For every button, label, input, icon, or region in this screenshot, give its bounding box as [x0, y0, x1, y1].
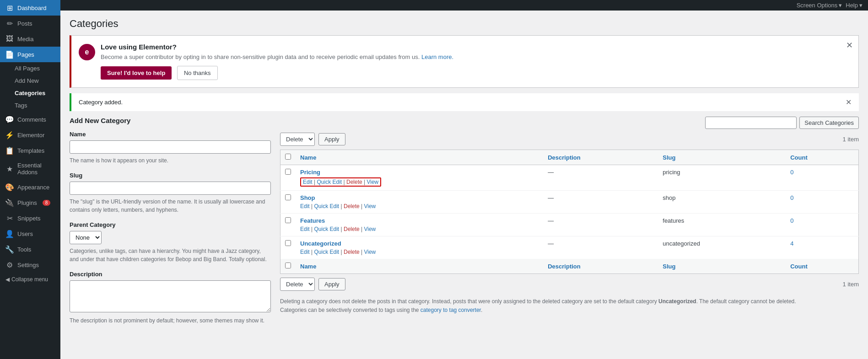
- sidebar-item-appearance[interactable]: 🎨 Appearance: [0, 179, 60, 195]
- sidebar-item-dashboard[interactable]: ⊞ Dashboard: [0, 0, 60, 16]
- row-action-delete[interactable]: Delete: [344, 249, 360, 255]
- slug-input[interactable]: [70, 182, 271, 195]
- table-row: UncategorizedEdit | Quick Edit | Delete …: [280, 236, 859, 259]
- category-count[interactable]: 0: [790, 217, 793, 224]
- name-input[interactable]: [70, 140, 271, 154]
- search-input[interactable]: [705, 117, 797, 129]
- header-description[interactable]: Description: [543, 150, 658, 165]
- sidebar-item-elementor[interactable]: ⚡ Elementor: [0, 127, 60, 143]
- category-count[interactable]: 0: [790, 194, 793, 201]
- select-all-checkbox[interactable]: [285, 154, 291, 160]
- row-action-edit[interactable]: Edit: [303, 179, 313, 185]
- sidebar-item-essential-addons[interactable]: ★ Essential Addons: [0, 158, 60, 179]
- footer-checkbox-col: [280, 259, 296, 274]
- help-button[interactable]: Help ▾: [846, 2, 863, 9]
- category-slug: shop: [658, 191, 786, 214]
- row-action-edit[interactable]: Edit: [300, 203, 310, 209]
- main-content: Screen Options ▾ Help ▾ Categories e Lov…: [60, 0, 868, 359]
- close-banner-button[interactable]: ✕: [846, 41, 853, 49]
- sidebar-item-templates[interactable]: 📋 Templates: [0, 143, 60, 158]
- screen-options-button[interactable]: Screen Options ▾: [797, 2, 842, 9]
- row-checkbox[interactable]: [285, 194, 291, 200]
- posts-icon: ✏: [5, 19, 14, 27]
- bottom-bulk-select[interactable]: Delete: [280, 278, 315, 291]
- bottom-apply-button[interactable]: Apply: [318, 278, 345, 290]
- row-action-quick-edit[interactable]: Quick Edit: [317, 179, 342, 185]
- row-action-delete[interactable]: Delete: [344, 226, 360, 232]
- learn-more-link[interactable]: Learn more.: [421, 54, 453, 60]
- footer-note-1: Deleting a category does not delete the …: [280, 297, 859, 306]
- footer-name[interactable]: Name: [296, 259, 543, 274]
- category-name-link[interactable]: Pricing: [300, 169, 320, 176]
- sidebar-item-label: Elementor: [17, 132, 44, 139]
- sidebar-item-posts[interactable]: ✏ Posts: [0, 16, 60, 31]
- close-notice-button[interactable]: ✕: [846, 98, 852, 107]
- help-chevron: ▾: [859, 2, 863, 9]
- top-apply-button[interactable]: Apply: [318, 133, 345, 145]
- category-to-tag-link[interactable]: category to tag converter: [421, 307, 481, 313]
- footer-note-2: Categories can be selectively converted …: [280, 306, 859, 315]
- sidebar-item-label: Dashboard: [17, 5, 47, 11]
- sidebar-item-categories[interactable]: Categories: [0, 87, 60, 99]
- description-textarea[interactable]: [70, 280, 271, 312]
- sidebar: ⊞ Dashboard ✏ Posts 🖼 Media 📄 Pages All …: [0, 0, 60, 359]
- collapse-menu[interactable]: ◀ Collapse menu: [0, 273, 60, 286]
- header-count[interactable]: Count: [786, 150, 858, 165]
- parent-field-group: Parent Category None Categories, unlike …: [70, 221, 271, 263]
- sidebar-item-all-pages[interactable]: All Pages: [0, 62, 60, 75]
- banner-title: Love using Elementor?: [101, 43, 453, 51]
- notice-message: Category added.: [79, 99, 123, 106]
- sidebar-item-tools[interactable]: 🔧 Tools: [0, 241, 60, 257]
- sidebar-item-tags[interactable]: Tags: [0, 99, 60, 112]
- top-bulk-bar: Delete Apply 1 item: [280, 133, 859, 146]
- footer-slug[interactable]: Slug: [658, 259, 786, 274]
- category-name-link[interactable]: Shop: [300, 194, 315, 201]
- row-action-view[interactable]: View: [364, 203, 376, 209]
- search-categories-button[interactable]: Search Categories: [799, 117, 859, 129]
- sidebar-item-label: Posts: [17, 20, 32, 27]
- sidebar-item-plugins[interactable]: 🔌 Plugins 8: [0, 195, 60, 210]
- btn-no-thanks[interactable]: No thanks: [177, 66, 218, 80]
- name-label: Name: [70, 131, 271, 138]
- templates-icon: 📋: [5, 146, 14, 155]
- sidebar-item-add-new[interactable]: Add New: [0, 75, 60, 87]
- row-action-quick-edit[interactable]: Quick Edit: [314, 203, 339, 209]
- category-name-link[interactable]: Uncategorized: [300, 240, 341, 247]
- row-checkbox[interactable]: [285, 240, 291, 246]
- sidebar-item-media[interactable]: 🖼 Media: [0, 31, 60, 47]
- row-action-edit[interactable]: Edit: [300, 226, 310, 232]
- row-action-edit[interactable]: Edit: [300, 249, 310, 255]
- row-action-delete[interactable]: Delete: [346, 179, 362, 185]
- header-slug[interactable]: Slug: [658, 150, 786, 165]
- sidebar-item-users[interactable]: 👤 Users: [0, 226, 60, 241]
- categories-table-area: Search Categories Delete Apply 1 item: [280, 117, 859, 332]
- row-action-view[interactable]: View: [364, 249, 376, 255]
- sidebar-item-snippets[interactable]: ✂ Snippets: [0, 210, 60, 226]
- row-checkbox[interactable]: [285, 169, 291, 175]
- footer-count[interactable]: Count: [786, 259, 858, 274]
- category-name-link[interactable]: Features: [300, 217, 325, 224]
- row-action-quick-edit[interactable]: Quick Edit: [314, 226, 339, 232]
- row-action-delete[interactable]: Delete: [344, 203, 360, 209]
- table-row: FeaturesEdit | Quick Edit | Delete | Vie…: [280, 214, 859, 236]
- category-count[interactable]: 0: [790, 169, 793, 176]
- sidebar-item-comments[interactable]: 💬 Comments: [0, 112, 60, 127]
- slug-label: Slug: [70, 172, 271, 179]
- row-action-view[interactable]: View: [364, 226, 376, 232]
- plugins-badge: 8: [43, 200, 51, 206]
- header-name[interactable]: Name: [296, 150, 543, 165]
- sidebar-item-pages[interactable]: 📄 Pages: [0, 47, 60, 62]
- sidebar-item-settings[interactable]: ⚙ Settings: [0, 257, 60, 273]
- parent-select[interactable]: None: [70, 231, 102, 244]
- parent-label: Parent Category: [70, 221, 271, 228]
- category-count[interactable]: 4: [790, 240, 793, 247]
- snippets-icon: ✂: [5, 214, 14, 222]
- footer-description[interactable]: Description: [543, 259, 658, 274]
- row-action-quick-edit[interactable]: Quick Edit: [314, 249, 339, 255]
- top-bulk-select[interactable]: Delete: [280, 133, 315, 146]
- sidebar-item-label: Plugins: [17, 199, 37, 206]
- row-checkbox[interactable]: [285, 217, 291, 223]
- select-all-footer-checkbox[interactable]: [285, 263, 291, 268]
- row-action-view[interactable]: View: [367, 179, 378, 185]
- btn-love-help[interactable]: Sure! I'd love to help: [101, 66, 172, 80]
